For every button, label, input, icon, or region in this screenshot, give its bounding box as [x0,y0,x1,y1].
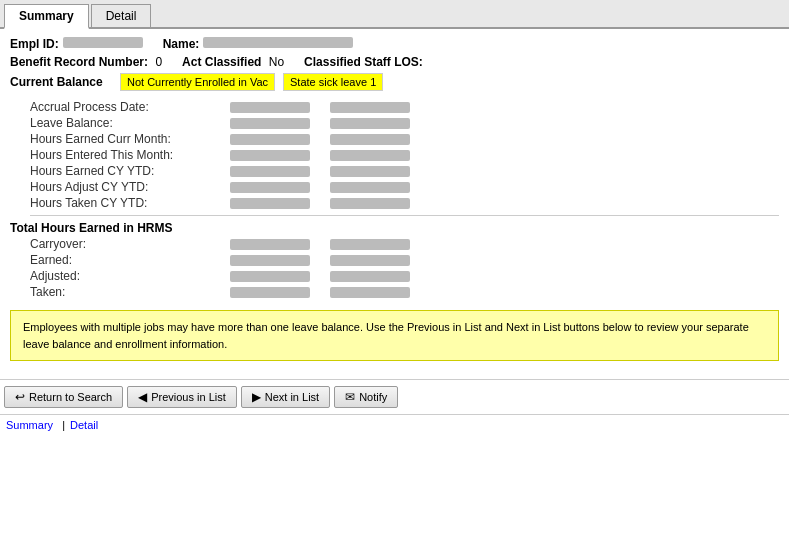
hours-earned-curr-row: Hours Earned Curr Month: [30,131,779,147]
empl-id-label: Empl ID: [10,37,59,51]
act-classified-value: No [269,55,284,69]
benefit-record-value: 0 [155,55,162,69]
adjusted-label: Adjusted: [30,269,230,283]
main-content: Empl ID: Name: Benefit Record Number: 0 … [0,29,789,379]
leave-balance-row: Leave Balance: [30,115,779,131]
total-hours-rows: Carryover: Earned: Adjusted: Taken: [30,236,779,300]
accrual-date-col1 [230,100,310,114]
return-to-search-label: Return to Search [29,391,112,403]
footer-links: Summary | Detail [0,414,789,435]
total-hours-heading-row: Total Hours Earned in HRMS [10,220,779,236]
button-bar: ↩ Return to Search ◀ Previous in List ▶ … [0,379,789,414]
taken-row: Taken: [30,284,779,300]
current-balance-label: Current Balance [10,75,110,89]
carryover-row: Carryover: [30,236,779,252]
benefit-record-row: Benefit Record Number: 0 Act Classified … [10,55,779,69]
hours-taken-ytd-row: Hours Taken CY YTD: [30,195,779,211]
notify-icon: ✉ [345,390,355,404]
tab-summary[interactable]: Summary [4,4,89,29]
empl-id-row: Empl ID: Name: [10,37,779,51]
accrual-section: Accrual Process Date: Leave Balance: Hou… [30,99,779,211]
act-classified-group: Act Classified No [182,55,284,69]
hours-adjust-ytd-row: Hours Adjust CY YTD: [30,179,779,195]
notice-box: Employees with multiple jobs may have mo… [10,310,779,361]
hours-taken-ytd-label: Hours Taken CY YTD: [30,196,230,210]
section-separator [30,215,779,216]
benefit-record-label: Benefit Record Number: [10,55,148,69]
classified-los-label: Classified Staff LOS: [304,55,423,69]
notice-text: Employees with multiple jobs may have mo… [23,321,749,350]
accrual-date-row: Accrual Process Date: [30,99,779,115]
tab-bar: Summary Detail [0,0,789,29]
act-classified-label: Act Classified [182,55,261,69]
footer-separator: | [62,419,65,431]
badge-not-enrolled: Not Currently Enrolled in Vac [120,73,275,91]
hours-earned-curr-label: Hours Earned Curr Month: [30,132,230,146]
leave-balance-col2 [330,116,410,130]
accrual-date-label: Accrual Process Date: [30,100,230,114]
hours-adjust-ytd-label: Hours Adjust CY YTD: [30,180,230,194]
classified-los-group: Classified Staff LOS: [304,55,427,69]
next-in-list-button[interactable]: ▶ Next in List [241,386,330,408]
notify-button[interactable]: ✉ Notify [334,386,398,408]
total-hours-section: Total Hours Earned in HRMS Carryover: Ea… [10,220,779,300]
footer-summary-link[interactable]: Summary [6,419,53,431]
hours-earned-ytd-label: Hours Earned CY YTD: [30,164,230,178]
previous-in-list-button[interactable]: ◀ Previous in List [127,386,237,408]
leave-balance-col1 [230,116,310,130]
earned-row: Earned: [30,252,779,268]
previous-in-list-label: Previous in List [151,391,226,403]
hours-earned-ytd-row: Hours Earned CY YTD: [30,163,779,179]
carryover-label: Carryover: [30,237,230,251]
notify-label: Notify [359,391,387,403]
next-icon: ▶ [252,390,261,404]
prev-icon: ◀ [138,390,147,404]
accrual-date-col2 [330,100,410,114]
return-to-search-button[interactable]: ↩ Return to Search [4,386,123,408]
empl-id-value [63,37,143,48]
total-hours-label: Total Hours Earned in HRMS [10,221,172,235]
footer-detail-link[interactable]: Detail [70,419,98,431]
taken-label: Taken: [30,285,230,299]
next-in-list-label: Next in List [265,391,319,403]
hours-entered-row: Hours Entered This Month: [30,147,779,163]
adjusted-row: Adjusted: [30,268,779,284]
benefit-record-group: Benefit Record Number: 0 [10,55,162,69]
leave-balance-label: Leave Balance: [30,116,230,130]
name-label: Name: [163,37,200,51]
badge-state-sick-leave: State sick leave 1 [283,73,383,91]
earned-label: Earned: [30,253,230,267]
name-value [203,37,353,48]
return-icon: ↩ [15,390,25,404]
current-balance-row: Current Balance Not Currently Enrolled i… [10,73,779,91]
hours-entered-label: Hours Entered This Month: [30,148,230,162]
tab-detail[interactable]: Detail [91,4,152,27]
